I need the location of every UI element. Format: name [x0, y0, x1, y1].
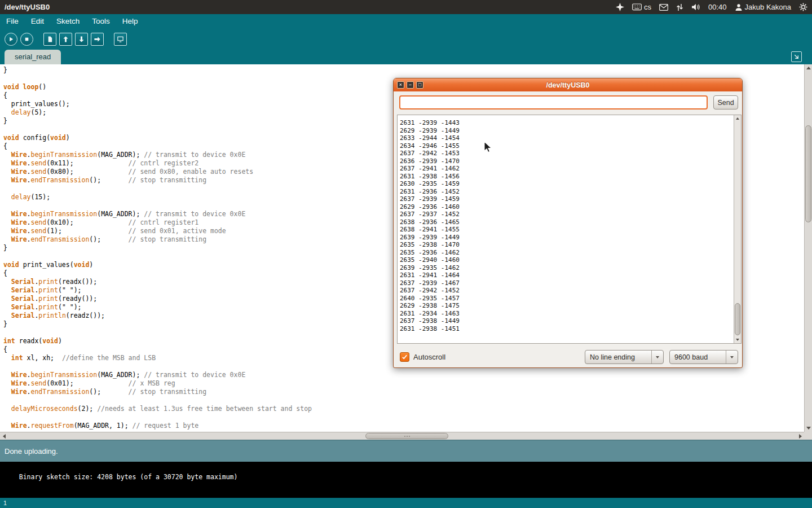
checkmark-icon	[401, 354, 408, 360]
menu-item-edit[interactable]: Edit	[25, 14, 50, 29]
screen: /dev/ttyUSB0 cs 00:40 Jaku	[0, 0, 812, 508]
menu-item-sketch[interactable]: Sketch	[50, 14, 86, 29]
console-output: Binary sketch size: 4208 bytes (of a 307…	[0, 462, 812, 498]
serial-monitor-button[interactable]	[114, 33, 127, 46]
arrow-up-icon	[62, 36, 69, 43]
serial-output-text[interactable]: 2631 -2939 -1443 2629 -2939 -1449 2633 -…	[398, 115, 734, 343]
play-icon	[7, 36, 15, 43]
new-file-icon	[46, 36, 54, 43]
serial-output-scrollbar[interactable]	[734, 115, 741, 343]
code-line: Wire.requestFrom(MAG_ADDR, 1); // reques…	[3, 422, 804, 430]
serial-window-titlebar[interactable]: × − □ /dev/ttyUSB0	[394, 78, 742, 91]
console-text: Binary sketch size: 4208 bytes (of a 307…	[19, 473, 238, 481]
serial-scroll-up-arrow[interactable]	[734, 115, 741, 122]
code-line: Wire.beginTransmission(MAG_ADDR); // tra…	[3, 371, 804, 379]
line-number-strip: 1	[0, 498, 812, 508]
scroll-right-arrow[interactable]	[796, 432, 804, 440]
serial-monitor-window: × − □ /dev/ttyUSB0 Send 2631 -2939 -1443…	[393, 78, 743, 368]
code-line	[3, 396, 804, 405]
gear-icon	[799, 3, 807, 11]
send-button[interactable]: Send	[713, 95, 738, 110]
scroll-left-arrow[interactable]	[0, 432, 8, 440]
menu-bar: FileEditSketchToolsHelp	[0, 14, 812, 29]
horizontal-scroll-thumb[interactable]	[365, 433, 448, 439]
stop-icon	[23, 36, 30, 43]
serial-output-area[interactable]: 2631 -2939 -1443 2629 -2939 -1449 2633 -…	[397, 115, 742, 344]
user-icon	[735, 3, 743, 11]
volume-indicator[interactable]	[691, 3, 700, 11]
tab-bar: serial_read	[0, 49, 812, 64]
status-message: Done uploading.	[5, 447, 58, 456]
scroll-up-arrow[interactable]	[805, 64, 812, 72]
session-gear-indicator[interactable]	[799, 3, 807, 11]
stop-button[interactable]	[20, 33, 33, 46]
maximize-icon[interactable]: □	[416, 81, 423, 89]
menu-item-file[interactable]: File	[0, 14, 25, 29]
editor-horizontal-scrollbar[interactable]	[0, 432, 804, 440]
line-ending-dropdown[interactable]: No line ending	[585, 350, 664, 364]
tab-serial-read[interactable]: serial_read	[5, 50, 61, 64]
minimize-icon[interactable]: −	[407, 81, 414, 89]
code-line	[3, 413, 804, 422]
desktop-top-panel: /dev/ttyUSB0 cs 00:40 Jaku	[0, 0, 812, 14]
toolbar	[0, 29, 812, 49]
system-tray: cs 00:40 Jakub Kakona	[616, 3, 807, 11]
mail-indicator[interactable]	[659, 4, 668, 11]
autoscroll-control: Autoscroll	[400, 350, 445, 364]
close-icon[interactable]: ×	[397, 81, 404, 89]
user-session-indicator[interactable]: Jakub Kakona	[735, 3, 791, 11]
clock-indicator[interactable]: 00:40	[708, 3, 727, 11]
keyboard-icon	[632, 3, 642, 11]
code-line: Wire.send(0x01); // x MSB reg	[3, 379, 804, 388]
indicator-star-icon[interactable]	[616, 3, 624, 11]
baud-rate-dropdown[interactable]: 9600 baud	[669, 350, 738, 364]
upload-button[interactable]	[91, 33, 104, 46]
vertical-scroll-thumb[interactable]	[805, 125, 811, 222]
clock-text: 00:40	[708, 3, 727, 11]
code-line: delayMicroseconds(2); //needs at least 1…	[3, 405, 804, 413]
up-down-arrows-icon	[676, 3, 683, 11]
arrow-right-icon	[94, 36, 101, 43]
arrow-down-right-icon	[793, 54, 800, 60]
editor-vertical-scrollbar[interactable]	[804, 64, 812, 432]
status-bar: Done uploading.	[0, 440, 812, 462]
verify-button[interactable]	[5, 33, 17, 46]
user-name: Jakub Kakona	[745, 3, 791, 11]
baud-rate-value: 9600 baud	[670, 351, 726, 364]
open-sketch-button[interactable]	[59, 33, 72, 46]
monitor-icon	[117, 36, 124, 43]
keyboard-layout-code: cs	[644, 3, 651, 11]
speaker-icon	[691, 3, 700, 11]
serial-window-title: /dev/ttyUSB0	[394, 81, 742, 89]
serial-scroll-down-arrow[interactable]	[734, 336, 741, 343]
new-sketch-button[interactable]	[43, 33, 56, 46]
serial-send-input[interactable]	[399, 95, 708, 110]
tab-menu-button[interactable]	[791, 51, 802, 62]
network-sync-indicator[interactable]	[676, 3, 683, 11]
keyboard-layout-indicator[interactable]: cs	[632, 3, 651, 11]
arrow-down-icon	[78, 36, 85, 43]
serial-scroll-thumb[interactable]	[735, 303, 740, 335]
line-ending-value: No line ending	[585, 351, 651, 364]
menu-item-tools[interactable]: Tools	[86, 14, 116, 29]
autoscroll-label: Autoscroll	[413, 353, 445, 361]
code-line: Wire.endTransmission(); // stop transmit…	[3, 388, 804, 396]
scrollbar-corner	[804, 432, 812, 440]
menu-item-help[interactable]: Help	[116, 14, 144, 29]
focused-window-title: /dev/ttyUSB0	[5, 3, 50, 11]
code-line: }	[3, 66, 804, 75]
chevron-down-icon[interactable]	[651, 351, 663, 364]
envelope-icon	[659, 4, 668, 11]
save-sketch-button[interactable]	[75, 33, 88, 46]
current-line-number: 1	[3, 500, 7, 506]
scroll-down-arrow[interactable]	[805, 424, 812, 432]
window-buttons: × − □	[394, 81, 423, 89]
mouse-cursor-icon	[484, 141, 493, 155]
autoscroll-checkbox[interactable]	[400, 352, 409, 362]
chevron-down-icon[interactable]	[726, 351, 738, 364]
